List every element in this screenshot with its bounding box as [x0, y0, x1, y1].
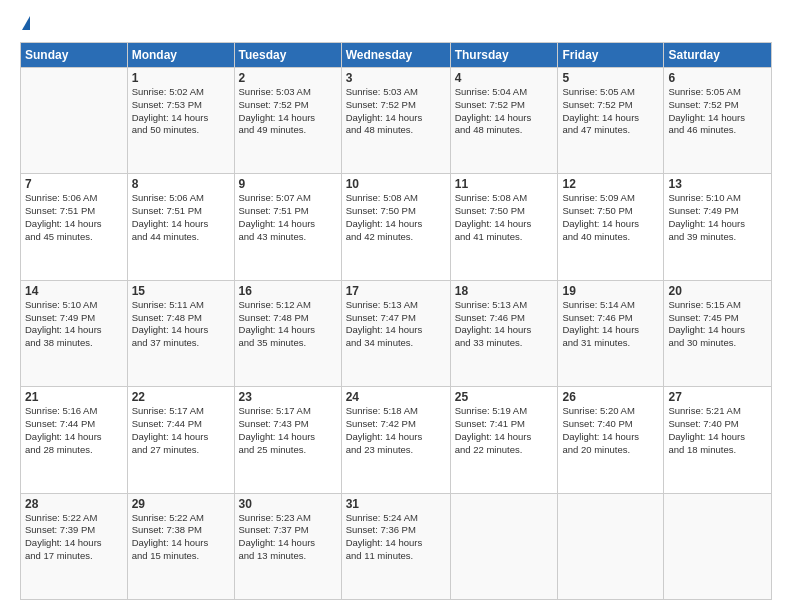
- day-number: 20: [668, 284, 767, 298]
- daylight-line1: Daylight: 14 hours: [668, 431, 745, 442]
- day-cell: 12Sunrise: 5:09 AMSunset: 7:50 PMDayligh…: [558, 174, 664, 280]
- day-number: 11: [455, 177, 554, 191]
- day-number: 16: [239, 284, 337, 298]
- daylight-line2: and 27 minutes.: [132, 444, 200, 455]
- sunrise-text: Sunrise: 5:22 AM: [25, 512, 97, 523]
- day-cell: 14Sunrise: 5:10 AMSunset: 7:49 PMDayligh…: [21, 280, 128, 386]
- day-info: Sunrise: 5:06 AMSunset: 7:51 PMDaylight:…: [25, 192, 123, 243]
- day-cell: 4Sunrise: 5:04 AMSunset: 7:52 PMDaylight…: [450, 68, 558, 174]
- sunset-text: Sunset: 7:51 PM: [132, 205, 202, 216]
- sunrise-text: Sunrise: 5:21 AM: [668, 405, 740, 416]
- day-number: 5: [562, 71, 659, 85]
- daylight-line2: and 23 minutes.: [346, 444, 414, 455]
- daylight-line1: Daylight: 14 hours: [132, 112, 209, 123]
- sunset-text: Sunset: 7:47 PM: [346, 312, 416, 323]
- sunset-text: Sunset: 7:37 PM: [239, 524, 309, 535]
- day-info: Sunrise: 5:10 AMSunset: 7:49 PMDaylight:…: [25, 299, 123, 350]
- day-number: 22: [132, 390, 230, 404]
- day-info: Sunrise: 5:22 AMSunset: 7:38 PMDaylight:…: [132, 512, 230, 563]
- daylight-line2: and 42 minutes.: [346, 231, 414, 242]
- day-cell: 22Sunrise: 5:17 AMSunset: 7:44 PMDayligh…: [127, 387, 234, 493]
- day-cell: 25Sunrise: 5:19 AMSunset: 7:41 PMDayligh…: [450, 387, 558, 493]
- daylight-line2: and 49 minutes.: [239, 124, 307, 135]
- day-number: 19: [562, 284, 659, 298]
- daylight-line2: and 35 minutes.: [239, 337, 307, 348]
- sunrise-text: Sunrise: 5:05 AM: [668, 86, 740, 97]
- day-info: Sunrise: 5:09 AMSunset: 7:50 PMDaylight:…: [562, 192, 659, 243]
- sunrise-text: Sunrise: 5:09 AM: [562, 192, 634, 203]
- daylight-line1: Daylight: 14 hours: [132, 537, 209, 548]
- day-number: 15: [132, 284, 230, 298]
- day-number: 4: [455, 71, 554, 85]
- sunset-text: Sunset: 7:52 PM: [346, 99, 416, 110]
- day-info: Sunrise: 5:13 AMSunset: 7:46 PMDaylight:…: [455, 299, 554, 350]
- sunset-text: Sunset: 7:40 PM: [562, 418, 632, 429]
- day-info: Sunrise: 5:17 AMSunset: 7:43 PMDaylight:…: [239, 405, 337, 456]
- daylight-line2: and 46 minutes.: [668, 124, 736, 135]
- day-number: 14: [25, 284, 123, 298]
- day-number: 28: [25, 497, 123, 511]
- sunset-text: Sunset: 7:48 PM: [239, 312, 309, 323]
- sunset-text: Sunset: 7:44 PM: [25, 418, 95, 429]
- day-cell: [558, 493, 664, 599]
- day-info: Sunrise: 5:07 AMSunset: 7:51 PMDaylight:…: [239, 192, 337, 243]
- day-info: Sunrise: 5:15 AMSunset: 7:45 PMDaylight:…: [668, 299, 767, 350]
- day-info: Sunrise: 5:02 AMSunset: 7:53 PMDaylight:…: [132, 86, 230, 137]
- day-number: 17: [346, 284, 446, 298]
- sunrise-text: Sunrise: 5:13 AM: [455, 299, 527, 310]
- day-number: 27: [668, 390, 767, 404]
- sunrise-text: Sunrise: 5:08 AM: [455, 192, 527, 203]
- sunrise-text: Sunrise: 5:03 AM: [239, 86, 311, 97]
- daylight-line2: and 47 minutes.: [562, 124, 630, 135]
- col-header-sunday: Sunday: [21, 43, 128, 68]
- daylight-line1: Daylight: 14 hours: [346, 431, 423, 442]
- daylight-line1: Daylight: 14 hours: [239, 112, 316, 123]
- day-cell: 8Sunrise: 5:06 AMSunset: 7:51 PMDaylight…: [127, 174, 234, 280]
- day-cell: 18Sunrise: 5:13 AMSunset: 7:46 PMDayligh…: [450, 280, 558, 386]
- daylight-line2: and 13 minutes.: [239, 550, 307, 561]
- day-cell: 17Sunrise: 5:13 AMSunset: 7:47 PMDayligh…: [341, 280, 450, 386]
- day-info: Sunrise: 5:08 AMSunset: 7:50 PMDaylight:…: [346, 192, 446, 243]
- sunrise-text: Sunrise: 5:12 AM: [239, 299, 311, 310]
- sunrise-text: Sunrise: 5:04 AM: [455, 86, 527, 97]
- day-info: Sunrise: 5:20 AMSunset: 7:40 PMDaylight:…: [562, 405, 659, 456]
- daylight-line1: Daylight: 14 hours: [132, 324, 209, 335]
- daylight-line1: Daylight: 14 hours: [239, 431, 316, 442]
- sunset-text: Sunset: 7:48 PM: [132, 312, 202, 323]
- daylight-line1: Daylight: 14 hours: [25, 218, 102, 229]
- sunrise-text: Sunrise: 5:06 AM: [132, 192, 204, 203]
- sunrise-text: Sunrise: 5:10 AM: [25, 299, 97, 310]
- daylight-line1: Daylight: 14 hours: [455, 324, 532, 335]
- sunrise-text: Sunrise: 5:13 AM: [346, 299, 418, 310]
- col-header-wednesday: Wednesday: [341, 43, 450, 68]
- daylight-line2: and 25 minutes.: [239, 444, 307, 455]
- day-number: 10: [346, 177, 446, 191]
- week-row-4: 21Sunrise: 5:16 AMSunset: 7:44 PMDayligh…: [21, 387, 772, 493]
- daylight-line2: and 22 minutes.: [455, 444, 523, 455]
- daylight-line1: Daylight: 14 hours: [25, 431, 102, 442]
- daylight-line1: Daylight: 14 hours: [455, 112, 532, 123]
- day-cell: 15Sunrise: 5:11 AMSunset: 7:48 PMDayligh…: [127, 280, 234, 386]
- day-info: Sunrise: 5:17 AMSunset: 7:44 PMDaylight:…: [132, 405, 230, 456]
- day-cell: 20Sunrise: 5:15 AMSunset: 7:45 PMDayligh…: [664, 280, 772, 386]
- sunset-text: Sunset: 7:39 PM: [25, 524, 95, 535]
- sunset-text: Sunset: 7:36 PM: [346, 524, 416, 535]
- daylight-line2: and 41 minutes.: [455, 231, 523, 242]
- daylight-line1: Daylight: 14 hours: [455, 218, 532, 229]
- sunrise-text: Sunrise: 5:19 AM: [455, 405, 527, 416]
- daylight-line2: and 48 minutes.: [346, 124, 414, 135]
- day-cell: 6Sunrise: 5:05 AMSunset: 7:52 PMDaylight…: [664, 68, 772, 174]
- daylight-line1: Daylight: 14 hours: [562, 218, 639, 229]
- day-info: Sunrise: 5:19 AMSunset: 7:41 PMDaylight:…: [455, 405, 554, 456]
- day-info: Sunrise: 5:11 AMSunset: 7:48 PMDaylight:…: [132, 299, 230, 350]
- daylight-line1: Daylight: 14 hours: [132, 218, 209, 229]
- day-number: 29: [132, 497, 230, 511]
- day-info: Sunrise: 5:23 AMSunset: 7:37 PMDaylight:…: [239, 512, 337, 563]
- sunrise-text: Sunrise: 5:16 AM: [25, 405, 97, 416]
- logo-triangle-icon: [22, 16, 30, 30]
- day-info: Sunrise: 5:24 AMSunset: 7:36 PMDaylight:…: [346, 512, 446, 563]
- day-cell: 10Sunrise: 5:08 AMSunset: 7:50 PMDayligh…: [341, 174, 450, 280]
- day-cell: 11Sunrise: 5:08 AMSunset: 7:50 PMDayligh…: [450, 174, 558, 280]
- day-cell: 19Sunrise: 5:14 AMSunset: 7:46 PMDayligh…: [558, 280, 664, 386]
- sunset-text: Sunset: 7:38 PM: [132, 524, 202, 535]
